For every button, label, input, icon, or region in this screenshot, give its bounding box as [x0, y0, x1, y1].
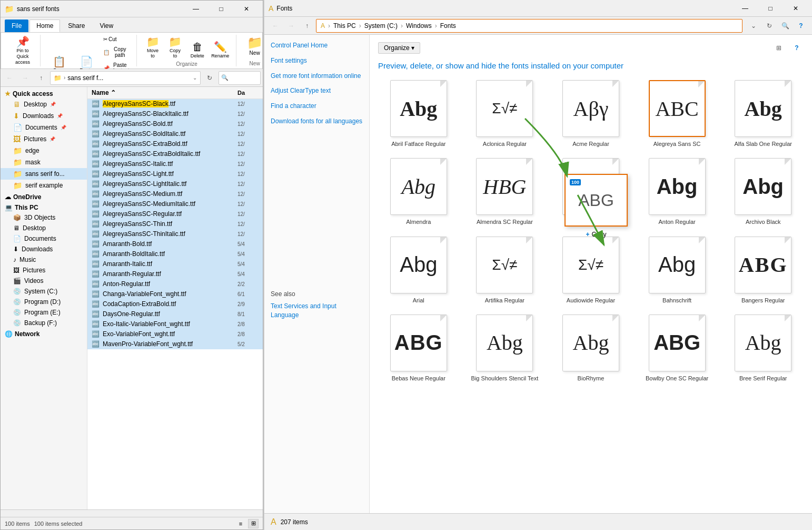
font-item-bigshoulders[interactable]: Abg Big Shoulders Stencil Text	[464, 312, 546, 385]
sidebar-item-sansserif[interactable]: 📁 sans serif fo...	[1, 168, 87, 180]
search-box[interactable]: 🔍	[219, 71, 261, 85]
font-item-archivo[interactable]: Abg Archivo Black	[722, 155, 804, 228]
font-item-bangers[interactable]: ABG Bangers Regular	[722, 234, 804, 307]
fonts-address-bar[interactable]: A › This PC › System (C:) › Windows › Fo…	[316, 19, 742, 33]
fonts-help2-button[interactable]: ?	[790, 41, 804, 55]
fonts-close-button[interactable]: ✕	[784, 0, 808, 17]
table-row[interactable]: 🔤 Amaranth-Bold.ttf 5/4	[87, 239, 263, 249]
font-item-acme[interactable]: Αβγ Acme Regular	[550, 77, 631, 150]
font-settings-link[interactable]: Font settings	[271, 56, 363, 65]
control-panel-home-link[interactable]: Control Panel Home	[271, 41, 363, 50]
fonts-maximize-button[interactable]: □	[758, 0, 783, 17]
table-row[interactable]: 🔤 AlegreyaSansSC-Medium.ttf 12/	[87, 189, 263, 199]
fonts-back-button[interactable]: ←	[269, 19, 282, 33]
table-row[interactable]: 🔤 AlegreyaSansSC-Regular.ttf 12/	[87, 209, 263, 219]
fonts-help-button[interactable]: ?	[794, 19, 808, 33]
breadcrumb-systemc[interactable]: System (C:)	[364, 22, 398, 30]
forward-button[interactable]: →	[18, 71, 32, 85]
tab-share[interactable]: Share	[61, 19, 92, 32]
font-item-almendra[interactable]: Abg Almendra	[378, 155, 459, 228]
sidebar-header-thispc[interactable]: 💻 This PC	[1, 203, 87, 212]
sidebar-item-desktop[interactable]: 🖥 Desktop 📌	[1, 99, 87, 110]
text-services-link[interactable]: Text Services and Input Language	[271, 302, 363, 320]
sidebar-item-desktop2[interactable]: 🖥 Desktop	[1, 223, 87, 233]
table-row[interactable]: 🔤 Anton-Regular.ttf 2/2	[87, 279, 263, 289]
maximize-button[interactable]: □	[209, 1, 233, 17]
table-row[interactable]: 🔤 AlegreyaSansSC-BlackItalic.ttf 12/	[87, 109, 263, 119]
table-row[interactable]: 🔤 AlegreyaSansSC-Thin.ttf 12/	[87, 219, 263, 229]
rename-button[interactable]: ✏️ Rename	[209, 40, 232, 60]
font-item-alegreya[interactable]: ABC Alegreya Sans SC	[637, 77, 718, 150]
table-row[interactable]: 🔤 AlegreyaSansSC-Light.ttf 12/	[87, 169, 263, 179]
font-item-artifika[interactable]: Σ√≠ Artifika Regular	[464, 234, 546, 307]
sidebar-header-onedrive[interactable]: ☁ OneDrive	[1, 192, 87, 202]
sidebar-item-pictures[interactable]: 🖼 Pictures 📌	[1, 133, 87, 145]
table-row[interactable]: 🔤 AlegreyaSansSC-BoldItalic.ttf 12/	[87, 129, 263, 139]
fonts-minimize-button[interactable]: —	[733, 0, 757, 17]
organize-button[interactable]: Organize ▾	[378, 42, 420, 54]
col-name-header[interactable]: Name ⌃	[92, 89, 237, 96]
move-to-button[interactable]: 📁 Move to	[142, 35, 164, 60]
table-row[interactable]: 🔤 AlegreyaSansSC-ExtraBold.ttf 12/	[87, 139, 263, 149]
sidebar-item-3dobjects[interactable]: 📦 3D Objects	[1, 212, 87, 223]
sidebar-item-mask[interactable]: 📁 mask	[1, 156, 87, 168]
view-toggle-button[interactable]: ⊞	[772, 41, 786, 55]
copy-path-button[interactable]: 📋 Copy path	[101, 45, 132, 60]
font-item-abril[interactable]: Abg Abril Fatface Regular	[378, 77, 459, 150]
minimize-button[interactable]: —	[184, 1, 208, 17]
table-row[interactable]: 🔤 AlegreyaSansSC-ExtraBoldItalic.ttf 12/	[87, 149, 263, 159]
close-button[interactable]: ✕	[234, 1, 259, 17]
font-item-arial[interactable]: Abg Arial	[378, 234, 459, 307]
sidebar-header-network[interactable]: 🌐 Network	[1, 329, 87, 339]
sidebar-item-documents2[interactable]: 📄 Documents	[1, 233, 87, 244]
sidebar-header-quickaccess[interactable]: ★ Quick access	[1, 89, 87, 99]
sidebar-item-pictures2[interactable]: 🖼 Pictures	[1, 265, 87, 276]
up-button[interactable]: ↑	[34, 71, 48, 85]
breadcrumb-fonts[interactable]: Fonts	[440, 22, 456, 30]
table-row[interactable]: 🔤 DaysOne-Regular.ttf 8/1	[87, 309, 263, 319]
sidebar-item-downloads2[interactable]: ⬇ Downloads	[1, 244, 87, 254]
sidebar-item-downloads[interactable]: ⬇ Downloads 📌	[1, 110, 87, 122]
font-item-bahnschrift[interactable]: Abg Bahnschrift	[637, 234, 718, 307]
table-row[interactable]: 🔤 Amaranth-BoldItalic.ttf 5/4	[87, 249, 263, 259]
font-item-biorrhyme[interactable]: Abg BioRhyme	[550, 312, 631, 385]
table-row[interactable]: 🔤 AlegreyaSansSC-Bold.ttf 12/	[87, 119, 263, 129]
list-view-button[interactable]: ⊞	[248, 519, 259, 528]
delete-button[interactable]: 🗑 Delete	[187, 40, 208, 60]
font-item-alfa[interactable]: Abg Alfa Slab One Regular	[722, 77, 804, 150]
sidebar-item-systemc[interactable]: 💿 System (C:)	[1, 286, 87, 297]
font-item-bowlby[interactable]: ABG Bowlby One SC Regular	[637, 312, 718, 385]
back-button[interactable]: ←	[3, 71, 16, 85]
find-character-link[interactable]: Find a character	[271, 102, 363, 111]
table-row[interactable]: 🔤 Exo-Italic-VariableFont_wght.ttf 2/8	[87, 319, 263, 329]
breadcrumb-windows[interactable]: Windows	[406, 22, 432, 30]
breadcrumb-thispc[interactable]: This PC	[333, 22, 356, 30]
sidebar-item-music[interactable]: ♪ Music	[1, 254, 87, 265]
table-row[interactable]: 🔤 MavenPro-VariableFont_wght.ttf 5/2	[87, 339, 263, 349]
tab-home[interactable]: Home	[29, 19, 60, 32]
tab-view[interactable]: View	[93, 19, 120, 32]
table-row[interactable]: 🔤 CodaCaption-ExtraBold.ttf 2/9	[87, 299, 263, 309]
font-item-breeserif[interactable]: Abg Bree Serif Regular	[722, 312, 804, 385]
table-row[interactable]: 🔤 Amaranth-Regular.ttf 5/4	[87, 269, 263, 279]
fonts-refresh-button[interactable]: ↻	[763, 19, 776, 33]
sidebar-item-documents[interactable]: 📄 Documents 📌	[1, 122, 87, 133]
font-item-audiowide[interactable]: Σ√≠ Audiowide Regular	[550, 234, 631, 307]
table-row[interactable]: 🔤 AlegreyaSansSC-ThinItalic.ttf 12/	[87, 229, 263, 239]
tab-file[interactable]: File	[5, 19, 28, 32]
table-row[interactable]: 🔤 AlegreyaSansSC-Italic.ttf 12/	[87, 159, 263, 169]
font-item-anton[interactable]: Abg Anton Regular	[637, 155, 718, 228]
fonts-forward-button[interactable]: →	[284, 19, 298, 33]
address-bar[interactable]: 📁 › sans serif f... ⌄	[50, 71, 201, 85]
scrollbar-horizontal[interactable]	[1, 509, 263, 517]
sidebar-item-programe[interactable]: 💿 Program (E:)	[1, 307, 87, 318]
sidebar-item-backupf[interactable]: 💿 Backup (F:)	[1, 318, 87, 328]
download-fonts-link[interactable]: Download fonts for all languages	[271, 117, 363, 126]
copy-to-button[interactable]: 📁 Copy to	[165, 35, 186, 60]
fonts-dropdown-button[interactable]: ⌄	[747, 19, 760, 33]
sidebar-item-programd[interactable]: 💿 Program (D:)	[1, 297, 87, 307]
table-row[interactable]: 🔤 Changa-VariableFont_wght.ttf 6/1	[87, 289, 263, 299]
fonts-search-button[interactable]: 🔍	[778, 19, 792, 33]
cut-button[interactable]: ✂ Cut	[101, 35, 132, 44]
col-date-header[interactable]: Da	[237, 90, 259, 96]
